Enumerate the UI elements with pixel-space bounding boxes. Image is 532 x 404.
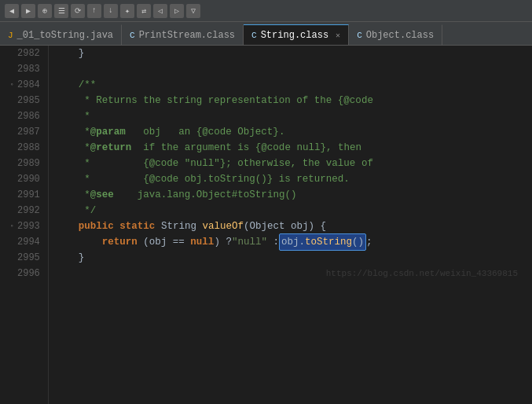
- code-2994c: (obj ==: [138, 234, 191, 250]
- code-2994h: obj.: [281, 237, 305, 248]
- toolbar-icon-6[interactable]: ↑: [87, 4, 101, 18]
- toolbar-icon-1[interactable]: ◀: [5, 4, 19, 18]
- line-num-2988: 2988: [6, 140, 40, 156]
- ln-2996: 2996: [17, 266, 40, 281]
- code-line-2987: * @param obj an {@code Object}.: [55, 124, 526, 140]
- code-2993d: static: [119, 219, 155, 234]
- ln-2993: 2993: [17, 219, 40, 234]
- toolbar-icon-12[interactable]: ▽: [186, 4, 200, 18]
- code-line-2988: * @return if the argument is {@code null…: [55, 140, 526, 156]
- ln-2991: 2991: [17, 187, 40, 203]
- code-line-2983: [55, 61, 526, 77]
- line-num-2985: 2985: [6, 93, 40, 108]
- code-line-2996: https://blog.csdn.net/weixin_43369815: [55, 266, 526, 281]
- line-num-2987: 2987: [6, 124, 40, 140]
- line-num-2982: 2982: [6, 46, 40, 61]
- code-2995: }: [55, 250, 85, 266]
- ln-2983: 2983: [17, 61, 40, 77]
- line-num-2990: 2990: [6, 171, 40, 187]
- code-line-2982: }: [55, 46, 526, 61]
- code-2994k: ;: [366, 234, 372, 250]
- tab-icon-java: J: [8, 31, 13, 40]
- code-2987c: obj an {@code Object}.: [126, 124, 285, 140]
- ln-2992: 2992: [17, 203, 40, 219]
- ln-2995: 2995: [17, 250, 40, 266]
- code-2994g: :: [267, 234, 279, 250]
- code-line-2990: * {@code obj.toString()} is returned.: [55, 171, 526, 187]
- code-2993g: (Object obj) {: [244, 219, 326, 234]
- code-2988a: *: [55, 140, 90, 156]
- line-num-2989: 2989: [6, 156, 40, 171]
- code-2990: * {@code obj.toString()} is returned.: [55, 171, 350, 187]
- toolbar-icon-7[interactable]: ↓: [104, 4, 118, 18]
- code-2984: /**: [55, 77, 97, 93]
- toolbar-icon-9[interactable]: ⇄: [137, 4, 151, 18]
- code-2994f: "null": [232, 234, 267, 250]
- code-2993a: [55, 219, 79, 234]
- code-line-2989: * {@code "null"}; otherwise, the value o…: [55, 156, 526, 171]
- code-2987b: @param: [90, 124, 126, 140]
- toolbar-icon-10[interactable]: ◁: [153, 4, 167, 18]
- line-num-2993: ◦ 2993: [6, 219, 40, 234]
- ln-2982: 2982: [17, 46, 40, 61]
- code-2994i: toString: [305, 237, 352, 248]
- tab-label-printstream: PrintStream.class: [139, 30, 235, 41]
- code-line-2986: *: [55, 108, 526, 124]
- tab-label-01: _01_toString.java: [17, 30, 113, 41]
- tab-bar: J _01_toString.java C PrintStream.class …: [0, 22, 532, 46]
- ln-2994: 2994: [17, 234, 40, 250]
- code-2993e: String: [155, 219, 202, 234]
- code-2993b: public: [79, 219, 114, 234]
- code-2992: */: [55, 203, 97, 219]
- code-2987a: *: [55, 124, 90, 140]
- tab-printstream[interactable]: C PrintStream.class: [122, 24, 244, 45]
- toolbar: ◀ ▶ ⊕ ☰ ⟳ ↑ ↓ ✦ ⇄ ◁ ▷ ▽: [0, 0, 532, 22]
- ln-2986: 2986: [17, 108, 40, 124]
- ln-2984: 2984: [17, 77, 40, 93]
- fold-2993[interactable]: ◦: [6, 219, 14, 234]
- ln-2990: 2990: [17, 171, 40, 187]
- code-2994b: return: [102, 234, 138, 250]
- code-line-2985: * Returns the string representation of t…: [55, 93, 526, 108]
- tab-object[interactable]: C Object.class: [349, 24, 442, 45]
- code-2991b: @see: [90, 187, 114, 203]
- ln-2989: 2989: [17, 156, 40, 171]
- fold-2984[interactable]: ◦: [6, 77, 14, 93]
- code-2994j: (): [352, 237, 364, 248]
- code-line-2984: /**: [55, 77, 526, 93]
- line-num-2994: 2994: [6, 234, 40, 250]
- code-2986: *: [55, 108, 90, 124]
- tab-icon-object: C: [357, 31, 362, 40]
- line-num-2995: 2995: [6, 250, 40, 266]
- code-line-2992: */: [55, 203, 526, 219]
- toolbar-icon-4[interactable]: ☰: [54, 4, 68, 18]
- ln-2985: 2985: [17, 93, 40, 108]
- code-2994d: null: [190, 234, 214, 250]
- toolbar-icon-2[interactable]: ▶: [21, 4, 35, 18]
- tab-icon-string: C: [251, 31, 257, 40]
- code-2988c: if the argument is {@code null}, then: [131, 140, 361, 156]
- line-num-2984: ◦ 2984: [6, 77, 40, 93]
- code-2994-highlight: obj.toString(): [279, 233, 366, 251]
- code-2988b: @return: [90, 140, 132, 156]
- tab-string[interactable]: C String.class ✕: [244, 24, 349, 45]
- toolbar-icon-11[interactable]: ▷: [170, 4, 184, 18]
- line-num-2992: 2992: [6, 203, 40, 219]
- line-num-2983: 2983: [6, 61, 40, 77]
- tab-label-object: Object.class: [366, 30, 434, 41]
- ln-2988: 2988: [17, 140, 40, 156]
- line-num-2996: 2996: [6, 266, 40, 281]
- ln-2987: 2987: [17, 124, 40, 140]
- toolbar-icon-5[interactable]: ⟳: [71, 4, 85, 18]
- code-2982: }: [55, 46, 85, 61]
- toolbar-icon-8[interactable]: ✦: [120, 4, 134, 18]
- line-num-2986: 2986: [6, 108, 40, 124]
- code-line-2991: * @see java.lang.Object#toString(): [55, 187, 526, 203]
- code-2985: * Returns the string representation of t…: [55, 93, 373, 108]
- toolbar-icon-3[interactable]: ⊕: [38, 4, 52, 18]
- tab-icon-printstream: C: [130, 31, 135, 40]
- tab-close-string[interactable]: ✕: [336, 31, 340, 40]
- code-container: 2982 2983 ◦ 2984 2985 2986 2987 2988 298: [0, 46, 532, 404]
- tab-01-tostring[interactable]: J _01_toString.java: [0, 24, 122, 45]
- watermark: https://blog.csdn.net/weixin_43369815: [55, 266, 526, 281]
